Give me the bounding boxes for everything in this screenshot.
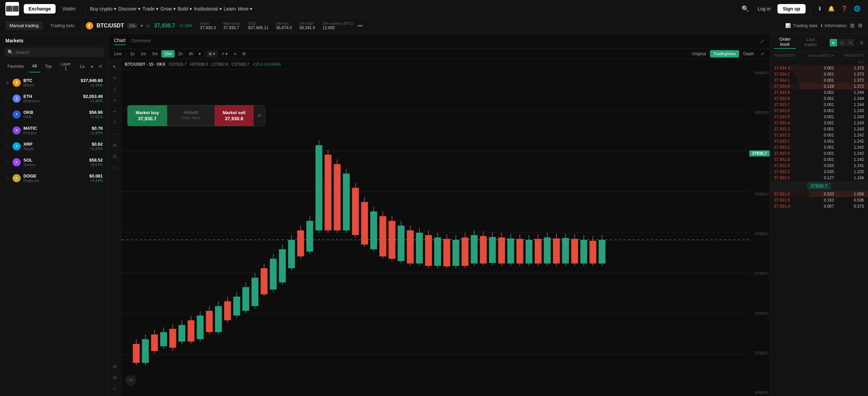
list-item[interactable]: ☆ S SOL Solana $58.52 +6.57% (0, 154, 108, 170)
view-tradingview-btn[interactable]: TradingView (710, 50, 739, 58)
trade-nav[interactable]: Trade ▾ (142, 6, 158, 12)
search-box[interactable]: 🔍 (4, 47, 104, 57)
zoom-in-tool[interactable]: ⊕ (110, 361, 120, 371)
view-depth-btn[interactable]: Depth (740, 50, 757, 58)
star-icon[interactable]: ☆ (5, 112, 10, 117)
tf-1h[interactable]: 1h (175, 50, 185, 58)
ob-icon-sell[interactable]: ▤ (838, 39, 846, 46)
ob-row[interactable]: 37,933.2 0.001 1.242 (770, 132, 868, 138)
chart-tab-overview[interactable]: Overview (131, 38, 151, 45)
tf-1m[interactable]: 1m (138, 50, 149, 58)
filter-top[interactable]: Top (42, 60, 55, 72)
tf-1s[interactable]: 1s (127, 50, 137, 58)
filter-la[interactable]: La (77, 60, 88, 72)
ob-row[interactable]: 37,932.0 0.127 1.184 (770, 175, 868, 181)
discover-nav[interactable]: Discover ▾ (118, 6, 140, 12)
lock-tool[interactable]: ⊞ (110, 373, 120, 382)
ob-row[interactable]: 37,934.3 0.001 1.373 (770, 65, 868, 71)
ob-row[interactable]: 37,933.7 0.001 1.244 (770, 102, 868, 108)
filter-more-btn[interactable]: ▸ (89, 60, 95, 72)
list-item[interactable]: ☆ ✕ OKB OKB $56.96 +1.51% (0, 106, 108, 122)
template-btn[interactable]: ≡ (231, 50, 239, 58)
fib-tool[interactable]: ⋯ (110, 129, 120, 139)
chart-line-btn[interactable]: Line (111, 50, 124, 58)
star-icon[interactable]: ☆ (5, 128, 10, 133)
tf-4h[interactable]: 4h (186, 50, 196, 58)
star-icon[interactable]: ☆ (5, 96, 10, 101)
star-icon[interactable]: ☆ (5, 144, 10, 149)
chart-type-btn[interactable]: ⊞ ▾ (206, 50, 218, 58)
ob-row[interactable]: 37,934.1 0.001 1.372 (770, 77, 868, 83)
notification-icon-btn[interactable]: 🔔 (826, 3, 837, 14)
ob-row[interactable]: 37,933.9 0.001 1.244 (770, 89, 868, 96)
ob-row[interactable]: 37,932.5 0.020 1.241 (770, 163, 868, 169)
layout-btn[interactable]: ⊞ (850, 22, 854, 29)
ob-row[interactable]: 37,931.5 0.163 0.536 (770, 197, 868, 203)
ob-settings-btn[interactable]: ⚙ (860, 40, 864, 45)
manual-trading-btn[interactable]: Manual trading (5, 21, 43, 30)
learn-nav[interactable]: Learn (224, 6, 236, 12)
pair-dropdown-btn[interactable]: ▾ (141, 23, 143, 28)
trading-bots-btn[interactable]: Trading bots (46, 21, 79, 30)
ob-row[interactable]: 37,931.4 0.007 0.373 (770, 203, 868, 209)
star-icon[interactable]: ☆ (5, 175, 10, 181)
star-icon[interactable]: ★ (5, 80, 10, 85)
ob-row[interactable]: 37,933.8 0.001 1.244 (770, 96, 868, 102)
indicator-btn[interactable]: ↗ ▾ (218, 50, 230, 58)
ob-icon-both[interactable]: ▤ (830, 39, 837, 46)
emoji-tool[interactable]: ☺ (110, 163, 120, 172)
institutional-nav[interactable]: Institutional ▾ (194, 6, 222, 12)
login-btn[interactable]: Log in (753, 4, 775, 14)
download-icon-btn[interactable]: ⬇ (815, 3, 824, 14)
filter-refresh-btn[interactable]: ↺ (97, 60, 104, 72)
ob-row[interactable]: 37,933.0 0.001 1.242 (770, 144, 868, 150)
tf-more-btn[interactable]: ▾ (197, 50, 203, 58)
ob-row[interactable]: 37,932.9 0.001 1.242 (770, 150, 868, 157)
market-buy-btn[interactable]: Market buy 37,930.7 (127, 105, 167, 126)
ob-icon-buy[interactable]: ▤ (847, 39, 854, 46)
build-nav[interactable]: Build ▾ (178, 6, 192, 12)
chart-tab-chart[interactable]: Chart (114, 38, 125, 45)
line-tool[interactable]: ╱ (110, 84, 120, 94)
market-sell-btn[interactable]: Market sell 37,930.6 (215, 105, 254, 126)
ob-tab-trades[interactable]: Last trades (800, 37, 822, 48)
tf-5m[interactable]: 5m (150, 50, 161, 58)
list-item[interactable]: ☆ Ξ ETH Ethereum $2,053.49 +1.30% (0, 90, 108, 106)
text-tool[interactable]: T (110, 118, 120, 127)
filter-layer1[interactable]: Layer 1 (56, 60, 75, 72)
globe-icon-btn[interactable]: 🌐 (852, 3, 863, 14)
exchange-tab[interactable]: Exchange (24, 4, 56, 14)
magnet-tool[interactable]: ✂ (110, 384, 120, 393)
layout-tool[interactable]: ⊞ (110, 151, 120, 161)
list-item[interactable]: ☆ M MATIC Polygon $0.76 +1.46% (0, 122, 108, 138)
pair-star-btn[interactable]: ☆ (146, 23, 151, 28)
popup-close-btn[interactable]: ✕ (254, 105, 265, 126)
list-item[interactable]: ☆ D DOGE Dogecoin $0.081 +3.24% (0, 170, 108, 186)
view-original-btn[interactable]: Original (689, 50, 709, 58)
ob-row[interactable]: 37,933.5 0.001 1.243 (770, 114, 868, 120)
measure-tool[interactable]: ⊕ (110, 140, 120, 150)
information-btn[interactable]: ℹ Information (821, 23, 847, 28)
ob-row[interactable]: 37,932.2 0.035 1.220 (770, 169, 868, 175)
ob-row[interactable]: 37,931.6 0.520 1.056 (770, 191, 868, 197)
search-icon-btn[interactable]: 🔍 (739, 3, 751, 15)
wallet-tab[interactable]: Wallet (58, 4, 80, 14)
tf-15m[interactable]: 15m (161, 50, 175, 58)
trend-line-tool[interactable]: ≡ (110, 96, 120, 105)
ob-row[interactable]: 37,934.0 0.128 1.372 (770, 83, 868, 89)
ob-row[interactable]: 37,932.8 0.001 1.242 (770, 157, 868, 163)
ob-tab-book[interactable]: Order book (774, 37, 796, 49)
more-nav[interactable]: More ▾ (238, 6, 252, 12)
help-icon-btn[interactable]: ❓ (839, 3, 850, 14)
ob-row[interactable]: 37,934.2 0.001 1.373 (770, 71, 868, 77)
crosshair-tool[interactable]: ✛ (110, 73, 120, 83)
list-item[interactable]: ★ ₿ BTC Bitcoin $37,946.60 +2.19% (0, 75, 108, 90)
fullscreen-btn[interactable]: ⤢ (758, 50, 767, 58)
logo[interactable]: ⬛⬛ (5, 2, 19, 16)
ob-row[interactable]: 37,933.4 0.001 1.243 (770, 120, 868, 126)
filter-favorites[interactable]: Favorites (4, 60, 27, 72)
ob-row[interactable]: 37,933.3 0.001 1.243 (770, 126, 868, 132)
cursor-tool[interactable]: ↖ (110, 62, 120, 71)
ob-row[interactable]: 37,933.6 0.001 1.243 (770, 108, 868, 114)
signup-btn[interactable]: Sign up (777, 4, 806, 14)
